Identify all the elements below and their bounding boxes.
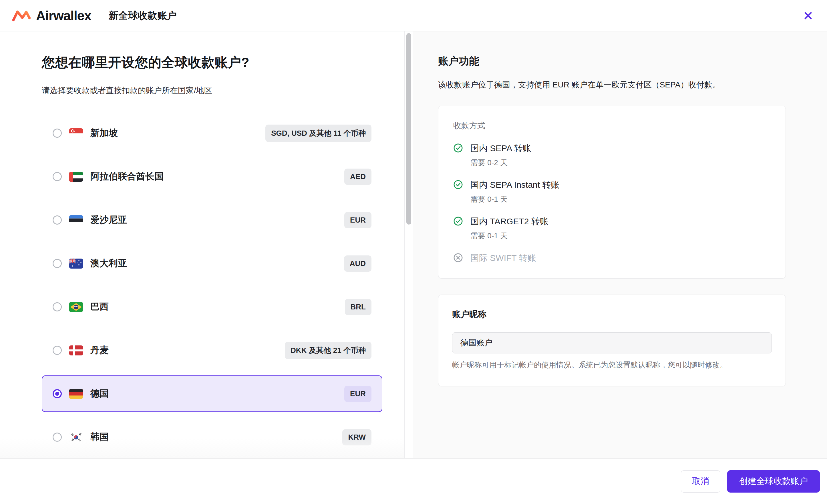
radio-australia[interactable] — [53, 259, 62, 268]
airwallex-logo: Airwallex — [12, 8, 91, 23]
country-list: 新加坡 SGD, USD 及其他 11 个币种 阿拉伯联合酋长国 AED — [42, 115, 382, 455]
country-name: 德国 — [90, 387, 109, 400]
country-name: 韩国 — [90, 431, 109, 443]
country-row-south-korea[interactable]: 韩国 KRW — [42, 419, 382, 455]
radio-estonia[interactable] — [53, 215, 62, 225]
account-features-heading: 账户功能 — [438, 54, 786, 68]
page-title: 新全球收款账户 — [109, 9, 177, 22]
collection-methods-label: 收款方式 — [453, 120, 771, 131]
flag-south-korea-icon — [69, 432, 83, 442]
country-row-estonia[interactable]: 爱沙尼亚 EUR — [42, 202, 382, 238]
country-name: 新加坡 — [90, 127, 118, 139]
airwallex-wordmark: Airwallex — [36, 8, 91, 23]
method-duration: 需要 0-1 天 — [471, 231, 548, 241]
close-button[interactable] — [800, 8, 816, 24]
currency-badge: AED — [344, 169, 372, 185]
country-name: 澳大利亚 — [90, 257, 127, 270]
country-name: 爱沙尼亚 — [90, 214, 127, 226]
radio-south-korea[interactable] — [53, 433, 62, 442]
flag-brazil-icon — [69, 302, 83, 312]
method-sepa-instant-transfer: 国内 SEPA Instant 转账 需要 0-1 天 — [453, 179, 771, 204]
account-nickname-input[interactable] — [452, 332, 772, 353]
country-name: 巴西 — [90, 300, 109, 313]
method-swift-transfer: 国际 SWIFT 转账 — [453, 252, 771, 264]
country-name: 丹麦 — [90, 344, 109, 356]
method-target2-transfer: 国内 TARGET2 转账 需要 0-1 天 — [453, 216, 771, 241]
currency-badge: BRL — [345, 299, 372, 315]
method-title: 国内 TARGET2 转账 — [471, 216, 548, 227]
method-title: 国内 SEPA 转账 — [471, 143, 531, 154]
modal-footer: 取消 创建全球收款账户 — [0, 458, 827, 504]
flag-germany-icon — [69, 389, 83, 399]
flag-estonia-icon — [69, 215, 83, 225]
country-select-pane: 您想在哪里开设您的全球收款账户? 请选择要收款或者直接扣款的账户所在国家/地区 — [0, 32, 405, 458]
country-question-subtitle: 请选择要收款或者直接扣款的账户所在国家/地区 — [42, 85, 404, 96]
method-sepa-transfer: 国内 SEPA 转账 需要 0-2 天 — [453, 143, 771, 168]
header-divider — [100, 9, 100, 22]
account-features-pane: 账户功能 该收款账户位于德国，支持使用 EUR 账户在单一欧元支付区（SEPA）… — [413, 32, 827, 458]
airwallex-logo-icon — [12, 9, 31, 22]
modal-body: 您想在哪里开设您的全球收款账户? 请选择要收款或者直接扣款的账户所在国家/地区 — [0, 32, 827, 458]
method-title: 国际 SWIFT 转账 — [471, 252, 536, 264]
currency-badge: EUR — [344, 386, 372, 402]
collection-methods-card: 收款方式 国内 SEPA 转账 需要 0-2 天 国内 SEPA Instant — [438, 106, 786, 279]
radio-denmark[interactable] — [53, 346, 62, 355]
currency-badge: AUD — [344, 256, 372, 272]
country-row-singapore[interactable]: 新加坡 SGD, USD 及其他 11 个币种 — [42, 115, 382, 152]
close-icon — [803, 10, 814, 21]
country-name: 阿拉伯联合酋长国 — [90, 170, 163, 183]
country-row-brazil[interactable]: 巴西 BRL — [42, 289, 382, 325]
flag-australia-icon — [69, 259, 83, 269]
cancel-button[interactable]: 取消 — [681, 470, 720, 493]
radio-singapore[interactable] — [53, 128, 62, 138]
account-nickname-card: 账户昵称 帐户昵称可用于标记帐户的使用情况。系统已为您设置默认昵称，您可以随时修… — [438, 294, 786, 386]
left-pane-scrollbar — [405, 32, 413, 458]
method-title: 国内 SEPA Instant 转账 — [471, 179, 560, 191]
country-row-australia[interactable]: 澳大利亚 AUD — [42, 245, 382, 282]
country-question-heading: 您想在哪里开设您的全球收款账户? — [42, 54, 404, 71]
flag-denmark-icon — [69, 345, 83, 355]
country-row-germany[interactable]: 德国 EUR — [42, 376, 382, 412]
currency-badge: SGD, USD 及其他 11 个币种 — [265, 124, 372, 142]
flag-uae-icon — [69, 172, 83, 182]
currency-badge: DKK 及其他 21 个币种 — [285, 342, 372, 359]
account-nickname-label: 账户昵称 — [452, 309, 772, 320]
country-row-uae[interactable]: 阿拉伯联合酋长国 AED — [42, 158, 382, 195]
account-nickname-helper: 帐户昵称可用于标记帐户的使用情况。系统已为您设置默认昵称，您可以随时修改。 — [452, 360, 772, 370]
currency-badge: EUR — [344, 212, 372, 228]
radio-brazil[interactable] — [53, 302, 62, 312]
country-row-denmark[interactable]: 丹麦 DKK 及其他 21 个币种 — [42, 332, 382, 369]
radio-uae[interactable] — [53, 172, 62, 181]
currency-badge: KRW — [342, 429, 372, 445]
cross-circle-icon — [453, 253, 463, 263]
create-account-button[interactable]: 创建全球收款账户 — [727, 470, 820, 493]
account-features-description: 该收款账户位于德国，支持使用 EUR 账户在单一欧元支付区（SEPA）收付款。 — [438, 79, 786, 91]
modal-header: Airwallex 新全球收款账户 — [0, 0, 827, 32]
flag-singapore-icon — [69, 128, 83, 138]
method-duration: 需要 0-1 天 — [471, 194, 560, 204]
check-circle-icon — [453, 216, 463, 226]
method-duration: 需要 0-2 天 — [471, 158, 531, 168]
radio-germany[interactable] — [53, 389, 62, 398]
check-circle-icon — [453, 143, 463, 153]
scrollbar-thumb[interactable] — [406, 33, 411, 225]
check-circle-icon — [453, 180, 463, 189]
